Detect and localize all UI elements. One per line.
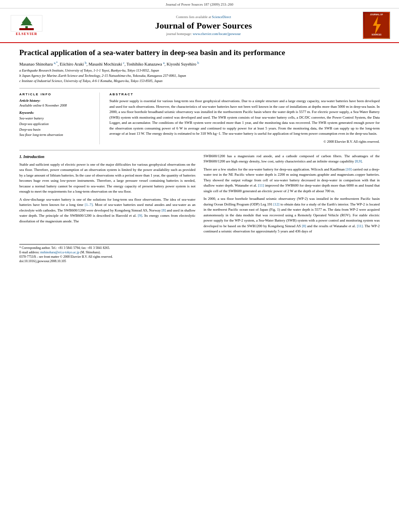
ref-8b: [8] — [302, 224, 306, 228]
authors-line: Masanao Shinohara a,*, Eiichiro Araki b,… — [19, 61, 380, 67]
affiliations: a Earthquake Research Institute, Univers… — [19, 68, 380, 83]
separator-1 — [19, 88, 380, 88]
author-suyehiro: Kiyoshi Suyehiro b — [167, 62, 199, 66]
journal-homepage: journal homepage: www.elsevier.com/locat… — [47, 32, 360, 36]
journal-logo-box: JOURNAL OF SOURCES — [363, 12, 390, 39]
main-content: Practical application of a sea-water bat… — [0, 43, 399, 270]
ref-11: [11] — [258, 183, 264, 187]
sciencedirect-anchor[interactable]: ScienceDirect — [212, 15, 231, 19]
info-abstract-section: ARTICLE INFO Article history: Available … — [19, 92, 380, 144]
author-shinohara: Masanao Shinohara a,*, — [19, 62, 59, 66]
keywords-label: Keywords: — [19, 111, 93, 115]
doi-note: doi:10.1016/j.jpowsour.2008.10.105 — [19, 259, 380, 263]
journal-logo-box-container: JOURNAL OF SOURCES — [360, 12, 393, 39]
svg-text:SOURCES: SOURCES — [372, 33, 382, 36]
ref-12: [12] — [274, 202, 280, 206]
ref-1-7: [1–7] — [85, 203, 93, 207]
issn-note: 0378-7753/$ – see front matter © 2008 El… — [19, 255, 380, 259]
journal-citation: Journal of Power Sources 187 (2009) 253–… — [166, 2, 233, 6]
svg-rect-5 — [19, 28, 34, 30]
intro-para-1: Stable and sufficient supply of electric… — [19, 162, 195, 195]
journal-header-center: Contents lists available at ScienceDirec… — [47, 15, 360, 36]
body-section: 1. Introduction Stable and sufficient su… — [19, 154, 380, 237]
journal-title: Journal of Power Sources — [47, 21, 360, 31]
ref-10: [10] — [346, 167, 352, 171]
elsevier-text: ELSEVIER — [16, 32, 37, 36]
homepage-url[interactable]: www.elsevier.com/locate/jpowsour — [193, 32, 241, 36]
ref-8-9: [8,9] — [355, 159, 362, 163]
col2-para-1: SWB600/1200 has a magnesium rod anode, a… — [204, 154, 380, 164]
section1-heading: 1. Introduction — [19, 154, 195, 160]
col2-para-2: There are a few studies for the sea-wate… — [204, 167, 380, 194]
power-sources-logo: JOURNAL OF SOURCES — [364, 13, 389, 38]
keyword-4: Sea floor long-term observation — [19, 132, 93, 138]
copyright-notice: © 2008 Elsevier B.V. All rights reserved… — [109, 139, 380, 144]
journal-header: ELSEVIER Contents lists available at Sci… — [0, 8, 399, 43]
email-person: (M. Shinohara). — [80, 251, 101, 254]
keyword-3: Deep-sea basin — [19, 127, 93, 133]
email-label: E-mail address: — [19, 251, 39, 254]
abstract-text: Stable power supply is essential for var… — [109, 99, 380, 144]
article-info-label: ARTICLE INFO — [19, 92, 93, 96]
keyword-1: Sea-water battery — [19, 116, 93, 121]
keyword-2: Deep-sea application — [19, 121, 93, 127]
ref-11b: [11] — [357, 224, 363, 228]
author-kanazawa: Toshihiko Kanazawa a, — [127, 62, 166, 66]
affiliation-c: c Institute of Industrial Science, Unive… — [19, 78, 380, 84]
col2-para-3: In 2000, a sea floor borehole broadband … — [204, 196, 380, 234]
history-label: Article history: — [19, 99, 93, 103]
body-col-left: 1. Introduction Stable and sufficient su… — [19, 154, 195, 237]
ref-9: [9] — [138, 214, 142, 218]
abstract-paragraph: Stable power supply is essential for var… — [109, 99, 380, 137]
email-note: E-mail address: mshinohara@eri.u-tokyo.a… — [19, 251, 380, 254]
star-note-text: * Corresponding author. Tel.: +81 3 5841… — [19, 246, 110, 250]
elsevier-branding: ELSEVIER — [6, 15, 47, 36]
corresponding-author-note: * Corresponding author. Tel.: +81 3 5841… — [19, 246, 380, 250]
body-col-right: SWB600/1200 has a magnesium rod anode, a… — [204, 154, 380, 237]
separator-2 — [19, 150, 380, 150]
svg-text:JOURNAL OF: JOURNAL OF — [370, 13, 383, 16]
citation-bar: Journal of Power Sources 187 (2009) 253–… — [0, 0, 399, 8]
intro-para-2: A slow-discharge sea-water battery is on… — [19, 197, 195, 224]
abstract-col: ABSTRACT Stable power supply is essentia… — [109, 92, 380, 144]
elsevier-logo: ELSEVIER — [6, 15, 47, 36]
author-mochizuki: Masashi Mochizuki c, — [88, 62, 125, 66]
keywords-list: Sea-water battery Deep-sea application D… — [19, 116, 93, 138]
abstract-label: ABSTRACT — [109, 92, 380, 96]
article-title: Practical application of a sea-water bat… — [19, 48, 380, 58]
sciencedirect-link: Contents lists available at ScienceDirec… — [47, 15, 360, 19]
affiliation-a: a Earthquake Research Institute, Univers… — [19, 68, 380, 73]
elsevier-logo-graphic — [10, 15, 43, 32]
ref-8: [8] — [162, 208, 166, 212]
history-value: Available online 6 November 2008 — [19, 103, 93, 107]
footer-section: * Corresponding author. Tel.: +81 3 5841… — [19, 244, 380, 263]
article-info-col: ARTICLE INFO Article history: Available … — [19, 92, 100, 144]
email-link[interactable]: mshinohara@eri.u-tokyo.ac.jp — [40, 251, 79, 254]
author-araki: Eiichiro Araki b, — [60, 62, 88, 66]
affiliation-b: b Japan Agency for Marine–Earth Science … — [19, 73, 380, 78]
